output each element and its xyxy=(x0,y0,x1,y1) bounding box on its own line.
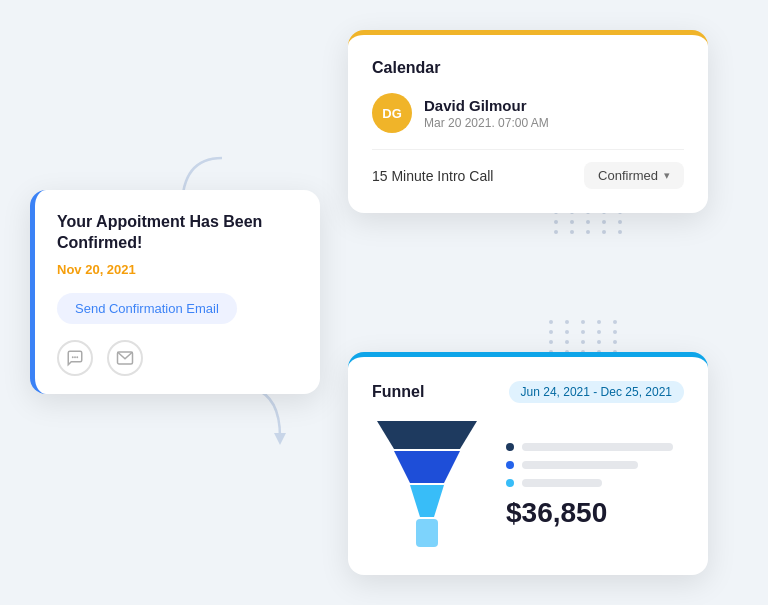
confirmed-badge[interactable]: Confirmed ▾ xyxy=(584,162,684,189)
funnel-visual xyxy=(372,421,482,551)
chat-icon-button[interactable] xyxy=(57,340,93,376)
user-name: David Gilmour xyxy=(424,97,549,114)
funnel-right: $36,850 xyxy=(506,443,684,529)
funnel-title: Funnel xyxy=(372,383,424,401)
mail-icon xyxy=(116,349,134,367)
funnel-bar-1 xyxy=(522,443,673,451)
calendar-card: Calendar DG David Gilmour Mar 20 2021. 0… xyxy=(348,30,708,213)
user-info: David Gilmour Mar 20 2021. 07:00 AM xyxy=(424,97,549,130)
funnel-bar-row-2 xyxy=(506,461,684,469)
funnel-card: Funnel Jun 24, 2021 - Dec 25, 2021 xyxy=(348,352,708,575)
svg-marker-1 xyxy=(274,433,286,445)
funnel-header: Funnel Jun 24, 2021 - Dec 25, 2021 xyxy=(372,381,684,403)
icon-row xyxy=(57,340,298,376)
funnel-bar-2 xyxy=(522,461,638,469)
svg-rect-9 xyxy=(416,519,438,547)
appointment-label: 15 Minute Intro Call xyxy=(372,168,493,184)
avatar: DG xyxy=(372,93,412,133)
confirmation-date: Nov 20, 2021 xyxy=(57,262,298,277)
funnel-dot-2 xyxy=(506,461,514,469)
svg-marker-8 xyxy=(410,485,444,517)
svg-marker-6 xyxy=(377,421,477,449)
date-range-badge: Jun 24, 2021 - Dec 25, 2021 xyxy=(509,381,684,403)
user-row: DG David Gilmour Mar 20 2021. 07:00 AM xyxy=(372,93,684,133)
send-confirmation-button[interactable]: Send Confirmation Email xyxy=(57,293,237,324)
funnel-dot-3 xyxy=(506,479,514,487)
svg-marker-7 xyxy=(394,451,460,483)
funnel-bar-row-3 xyxy=(506,479,684,487)
funnel-bar-3 xyxy=(522,479,602,487)
funnel-bar-row-1 xyxy=(506,443,684,451)
appointment-row: 15 Minute Intro Call Confirmed ▾ xyxy=(372,162,684,189)
confirmation-card: Your Appoitment Has Been Confirmed! Nov … xyxy=(30,190,320,394)
dot-decoration-bottom xyxy=(549,320,623,354)
chat-icon xyxy=(66,349,84,367)
mail-icon-button[interactable] xyxy=(107,340,143,376)
user-date: Mar 20 2021. 07:00 AM xyxy=(424,116,549,130)
funnel-dot-1 xyxy=(506,443,514,451)
chevron-down-icon: ▾ xyxy=(664,169,670,182)
funnel-amount: $36,850 xyxy=(506,497,684,529)
confirmation-title: Your Appoitment Has Been Confirmed! xyxy=(57,212,298,254)
funnel-body: $36,850 xyxy=(372,421,684,551)
calendar-title: Calendar xyxy=(372,59,684,77)
divider xyxy=(372,149,684,150)
confirmed-text: Confirmed xyxy=(598,168,658,183)
